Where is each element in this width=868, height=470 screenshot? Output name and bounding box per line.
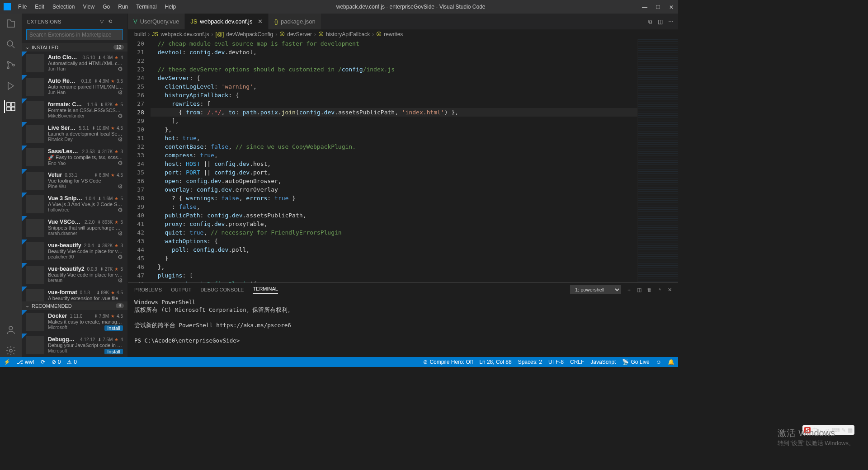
gear-icon[interactable]: ⚙ (118, 230, 123, 237)
sb-lang[interactable]: JavaScript (590, 359, 616, 365)
breadcrumb-item[interactable]: build (134, 31, 146, 38)
sb-sync[interactable]: ⟳ (41, 359, 45, 365)
extension-item[interactable]: Live Server 5.6.1 ⬇ 10.6M ★ 4.5 Launch a… (22, 122, 127, 146)
sb-eol[interactable]: CRLF (570, 359, 584, 365)
sb-remote[interactable]: ⚡ (4, 359, 10, 365)
sb-errors[interactable]: ⊘ 0 (52, 359, 61, 365)
code-area[interactable]: // cheap-module-eval-source-map is faste… (151, 39, 637, 282)
extension-item[interactable]: Auto Close Tag 0.5.10 ⬇ 4.3M ★ 4 Automat… (22, 52, 127, 75)
minimap[interactable] (637, 39, 678, 282)
menu-edit[interactable]: Edit (31, 2, 48, 12)
sb-warnings[interactable]: ⚠ 0 (67, 359, 77, 365)
split-terminal-icon[interactable]: ◫ (637, 287, 642, 293)
gear-icon[interactable]: ⚙ (118, 277, 123, 284)
panel-max-icon[interactable]: ＾ (657, 287, 662, 293)
menu-go[interactable]: Go (99, 2, 113, 12)
extension-item[interactable]: Vetur 0.33.1 ⬇ 6.9M ★ 4.5 Vue tooling fo… (22, 169, 127, 193)
gear-icon[interactable]: ⚙ (118, 207, 123, 213)
search-icon[interactable] (5, 38, 17, 51)
terminal-body[interactable]: Windows PowerShell 版权所有 (C) Microsoft Co… (128, 296, 678, 357)
panel-tab-output[interactable]: OUTPUT (171, 287, 191, 292)
sb-cursor[interactable]: Ln 28, Col 88 (479, 359, 511, 365)
extension-item[interactable]: Sass/Less/Stylus... 2.3.53 ⬇ 317K ★ 3 🚀 … (22, 146, 127, 169)
panel-tab-debug-console[interactable]: DEBUG CONSOLE (200, 287, 244, 292)
extension-author: MikeBovenlander (48, 113, 123, 118)
extension-item[interactable]: Docker 1.11.0 ⬇ 7.9M ★ 4.5 Makes it easy… (22, 310, 127, 334)
extension-stats: ⬇ 6.9M ★ 4.5 (94, 173, 123, 178)
extension-item[interactable]: Vue VSCode Sni... 2.2.0 ⬇ 893K ★ 5 Snipp… (22, 216, 127, 240)
kill-terminal-icon[interactable]: 🗑 (647, 287, 652, 292)
sb-encoding[interactable]: UTF-8 (548, 359, 564, 365)
explorer-icon[interactable] (5, 17, 17, 30)
extension-item[interactable]: vue-beautify2 0.0.3 ⬇ 27K ★ 5 Beautify V… (22, 263, 127, 287)
sb-spaces[interactable]: Spaces: 2 (518, 359, 542, 365)
close-icon[interactable]: ✕ (669, 4, 675, 9)
tab-UserQuery.vue[interactable]: VUserQuery.vue (128, 14, 185, 29)
gear-icon[interactable]: ⚙ (118, 136, 123, 143)
panel-tabs: PROBLEMSOUTPUTDEBUG CONSOLETERMINAL 1: p… (128, 283, 678, 296)
gear-icon[interactable]: ⚙ (118, 301, 123, 301)
breadcrumb[interactable]: build›JSwebpack.dev.conf.js›[@]devWebpac… (128, 29, 678, 39)
minimize-icon[interactable]: — (642, 4, 647, 9)
menu-terminal[interactable]: Terminal (132, 2, 160, 12)
sb-compile-hero[interactable]: ⊘ Compile Hero: Off (423, 359, 473, 365)
breadcrumb-item[interactable]: historyApiFallback (326, 31, 370, 38)
extension-name: vue-format (48, 289, 77, 296)
breadcrumb-item[interactable]: devServer (287, 31, 312, 38)
gear-icon[interactable]: ⚙ (118, 254, 123, 260)
extension-item[interactable]: Debugger for C... 4.12.12 ⬇ 7.5M ★ 4 Deb… (22, 334, 127, 357)
extension-item[interactable]: Vue 3 Snippets 1.0.4 ⬇ 1.6M ★ 5 A Vue.js… (22, 193, 127, 216)
settings-icon[interactable] (5, 344, 17, 357)
new-terminal-icon[interactable]: ＋ (627, 287, 632, 293)
section-installed[interactable]: ⌄ INSTALLED 12 (22, 43, 127, 52)
breadcrumb-item[interactable]: rewrites (384, 31, 403, 38)
extension-item[interactable]: vue-format 0.1.8 ⬇ 89K ★ 4.5 A beautify … (22, 287, 127, 301)
breadcrumb-icon: ⦿ (376, 31, 382, 38)
section-recommended[interactable]: ⌄ RECOMMENDED 8 (22, 301, 127, 310)
gear-icon[interactable]: ⚙ (118, 66, 123, 72)
extensions-icon[interactable] (4, 100, 17, 113)
extension-item[interactable]: Auto Rename ... 0.1.6 ⬇ 4.9M ★ 3.5 Auto … (22, 75, 127, 99)
panel-close-icon[interactable]: ✕ (668, 287, 672, 293)
menu-selection[interactable]: Selection (49, 2, 78, 12)
extension-desc: Auto rename paired HTML/XML tag (48, 84, 123, 89)
extension-icon (26, 219, 44, 237)
gear-icon[interactable]: ⚙ (118, 89, 123, 96)
menu-run[interactable]: Run (114, 2, 132, 12)
breadcrumb-item[interactable]: devWebpackConfig (226, 31, 273, 38)
install-button[interactable]: Install (104, 325, 123, 331)
split-icon[interactable]: ◫ (658, 19, 663, 25)
gear-icon[interactable]: ⚙ (118, 183, 123, 190)
terminal-select[interactable]: 1: powershell (570, 285, 621, 294)
menu-file[interactable]: File (14, 2, 30, 12)
filter-icon[interactable]: ▽ (100, 19, 104, 24)
extension-search-input[interactable] (26, 29, 123, 40)
sb-bell[interactable]: 🔔 (668, 359, 675, 365)
sb-golive[interactable]: 📡 Go Live (622, 359, 649, 365)
clear-icon[interactable]: ⟲ (108, 19, 113, 24)
gear-icon[interactable]: ⚙ (118, 113, 123, 119)
menu-help[interactable]: Help (161, 2, 180, 12)
tab-webpack.dev.conf.js[interactable]: JSwebpack.dev.conf.js✕ (185, 14, 269, 29)
panel-tab-terminal[interactable]: TERMINAL (253, 286, 278, 294)
gear-icon[interactable]: ⚙ (118, 160, 123, 166)
extension-item[interactable]: vue-beautify 2.0.4 ⬇ 392K ★ 3 Beautify V… (22, 240, 127, 263)
extension-name: formate: CSS/LE... (48, 101, 85, 108)
sb-feedback[interactable]: ☺ (656, 359, 661, 365)
run-icon[interactable] (5, 80, 17, 92)
panel-tab-problems[interactable]: PROBLEMS (134, 287, 162, 292)
extension-item[interactable]: formate: CSS/LE... 1.1.6 ⬇ 82K ★ 5 Forma… (22, 99, 127, 122)
more-icon[interactable]: ⋯ (117, 19, 123, 24)
install-button[interactable]: Install (104, 349, 123, 354)
sb-branch[interactable]: ⎇ wwf (17, 359, 34, 365)
more-editor-icon[interactable]: ⋯ (668, 19, 674, 25)
extension-name: Auto Close Tag (48, 54, 80, 61)
breadcrumb-item[interactable]: webpack.dev.conf.js (160, 31, 209, 38)
tab-close-icon[interactable]: ✕ (258, 18, 263, 25)
maximize-icon[interactable]: ☐ (656, 4, 661, 9)
tab-package.json[interactable]: {}package.json (269, 14, 321, 29)
account-icon[interactable] (5, 324, 17, 336)
scm-icon[interactable] (5, 59, 17, 71)
compare-icon[interactable]: ⧉ (648, 19, 652, 25)
menu-view[interactable]: View (79, 2, 98, 12)
